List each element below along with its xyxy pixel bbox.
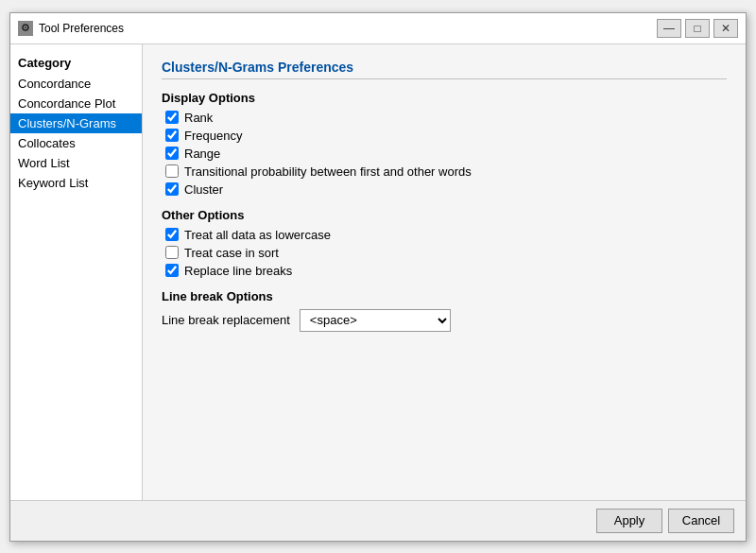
checkbox-label-frequency: Frequency (184, 129, 242, 143)
main-window: ⚙ Tool Preferences — □ ✕ Category Concor… (9, 12, 747, 542)
sidebar-category-label: Category (10, 52, 142, 74)
line-break-replacement-row: Line break replacement <space> <none> <c… (162, 309, 727, 332)
maximize-button[interactable]: □ (685, 19, 710, 38)
checkbox-label-range: Range (184, 147, 220, 161)
checkbox-label-cluster: Cluster (184, 182, 223, 197)
sidebar-item-concordance-plot[interactable]: Concordance Plot (10, 94, 142, 113)
checkbox-label-rank: Rank (184, 111, 213, 125)
checkbox-label-transitional: Transitional probability between first a… (184, 164, 472, 179)
minimize-button[interactable]: — (657, 19, 681, 38)
sidebar-item-clusters-ngrams[interactable]: Clusters/N-Grams (10, 113, 142, 133)
content-area: Category Concordance Concordance Plot Cl… (10, 44, 746, 500)
checkbox-range[interactable] (165, 147, 179, 160)
window-icon: ⚙ (18, 21, 33, 36)
checkbox-row-cluster: Cluster (162, 182, 727, 197)
checkbox-row-case-sort: Treat case in sort (162, 246, 727, 260)
main-panel: Clusters/N-Grams Preferences Display Opt… (143, 44, 746, 500)
line-break-select[interactable]: <space> <none> <comma> <period> (300, 309, 451, 332)
cancel-button[interactable]: Cancel (668, 509, 734, 533)
checkbox-row-transitional: Transitional probability between first a… (162, 164, 727, 179)
checkbox-transitional[interactable] (165, 164, 179, 178)
checkbox-row-frequency: Frequency (162, 129, 727, 143)
sidebar: Category Concordance Concordance Plot Cl… (10, 44, 143, 500)
checkbox-row-rank: Rank (162, 111, 727, 125)
checkbox-row-lowercase: Treat all data as lowercase (162, 228, 727, 242)
display-options-header: Display Options (162, 91, 727, 105)
checkbox-label-lowercase: Treat all data as lowercase (184, 228, 331, 242)
checkbox-label-line-breaks: Replace line breaks (184, 264, 292, 278)
checkbox-lowercase[interactable] (165, 228, 179, 241)
apply-button[interactable]: Apply (596, 509, 662, 533)
checkbox-rank[interactable] (165, 111, 179, 124)
close-button[interactable]: ✕ (713, 19, 738, 38)
checkbox-frequency[interactable] (165, 129, 179, 142)
bottom-bar: Apply Cancel (10, 500, 746, 541)
title-bar-buttons: — □ ✕ (657, 19, 738, 38)
checkbox-label-case-sort: Treat case in sort (184, 246, 279, 260)
sidebar-item-concordance[interactable]: Concordance (10, 74, 142, 94)
line-break-label: Line break replacement (162, 313, 290, 327)
title-bar: ⚙ Tool Preferences — □ ✕ (10, 13, 746, 44)
line-break-dropdown-container: <space> <none> <comma> <period> (300, 309, 451, 332)
other-options-header: Other Options (162, 208, 727, 222)
line-break-options-header: Line break Options (162, 289, 727, 303)
sidebar-item-keyword-list[interactable]: Keyword List (10, 173, 142, 193)
checkbox-line-breaks[interactable] (165, 264, 179, 277)
checkbox-cluster[interactable] (165, 182, 179, 196)
checkbox-case-sort[interactable] (165, 246, 179, 259)
checkbox-row-range: Range (162, 147, 727, 161)
sidebar-item-word-list[interactable]: Word List (10, 153, 142, 173)
window-title: Tool Preferences (39, 22, 657, 35)
sidebar-item-collocates[interactable]: Collocates (10, 133, 142, 153)
checkbox-row-line-breaks: Replace line breaks (162, 264, 727, 278)
panel-title: Clusters/N-Grams Preferences (162, 60, 727, 79)
